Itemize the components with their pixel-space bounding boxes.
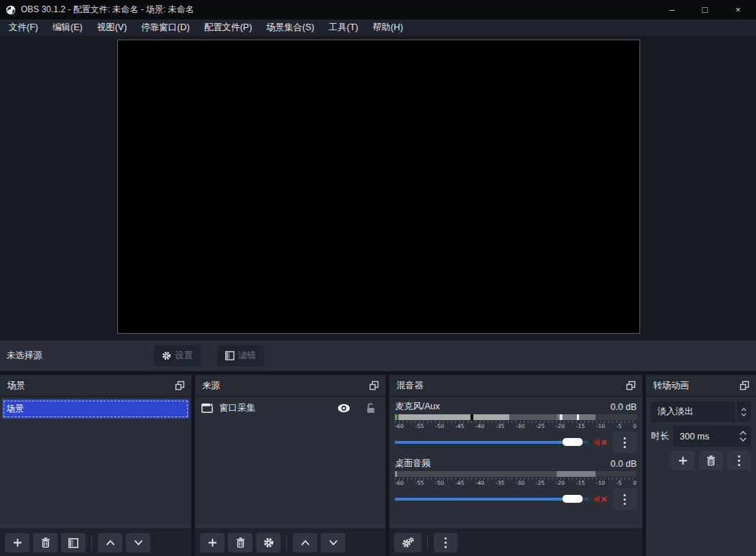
source-toolbar: 未选择源 设置 bbox=[0, 340, 756, 371]
source-properties-button[interactable] bbox=[256, 533, 281, 552]
chevron-down-icon bbox=[134, 539, 143, 546]
source-list: 窗口采集 bbox=[195, 397, 386, 529]
popout-icon[interactable] bbox=[368, 379, 381, 392]
kebab-menu-icon bbox=[738, 455, 740, 466]
gear-icon bbox=[162, 351, 171, 360]
desktop-options-button[interactable] bbox=[613, 488, 637, 510]
volume-meter bbox=[395, 414, 637, 420]
window-capture-icon bbox=[201, 404, 213, 413]
db-scale-label: -5 bbox=[616, 480, 621, 487]
scenes-panel: 场景 场景 bbox=[0, 375, 191, 556]
settings-button-label: 设置 bbox=[175, 350, 193, 362]
menu-item[interactable]: 停靠窗口(D) bbox=[134, 19, 196, 36]
mute-speaker-icon[interactable] bbox=[593, 494, 608, 504]
advanced-audio-button[interactable] bbox=[394, 533, 422, 552]
volume-slider-handle[interactable] bbox=[563, 495, 583, 503]
maximize-button[interactable]: □ bbox=[688, 0, 721, 19]
scenes-panel-title: 场景 bbox=[7, 380, 173, 392]
kebab-menu-icon bbox=[624, 494, 626, 505]
trash-icon bbox=[706, 455, 716, 466]
popout-icon[interactable] bbox=[624, 379, 637, 392]
remove-transition-button[interactable] bbox=[699, 451, 723, 470]
sources-panel: 来源 窗口采集 bbox=[195, 375, 386, 556]
plus-icon bbox=[208, 538, 217, 547]
scene-up-button[interactable] bbox=[98, 533, 122, 552]
menu-item[interactable]: 编辑(E) bbox=[45, 19, 90, 36]
db-scale-label: -40 bbox=[475, 423, 484, 430]
gear-icon bbox=[263, 537, 274, 548]
db-scale-label: -60 bbox=[395, 480, 404, 487]
mixer-panel-title: 混音器 bbox=[396, 380, 624, 392]
db-scale-label: -45 bbox=[455, 480, 464, 487]
menu-item[interactable]: 视图(V) bbox=[90, 19, 135, 36]
preview-canvas[interactable] bbox=[117, 40, 640, 334]
db-scale-label: -35 bbox=[496, 423, 504, 430]
duration-spinbox[interactable]: 300 ms bbox=[673, 426, 751, 447]
menu-item[interactable]: 场景集合(S) bbox=[259, 19, 322, 36]
db-scale-label: -25 bbox=[536, 423, 545, 430]
source-filters-button[interactable]: 滤镜 bbox=[217, 345, 264, 366]
source-properties-button[interactable]: 设置 bbox=[154, 345, 201, 366]
mic-options-button[interactable] bbox=[613, 432, 637, 453]
source-down-button[interactable] bbox=[321, 533, 345, 552]
db-scale-label: -15 bbox=[576, 423, 585, 430]
volume-meter bbox=[395, 471, 637, 477]
menubar: 文件(F)编辑(E)视图(V)停靠窗口(D)配置文件(P)场景集合(S)工具(T… bbox=[0, 19, 756, 36]
source-item-label: 窗口采集 bbox=[219, 402, 255, 414]
unlock-icon[interactable] bbox=[366, 403, 375, 414]
remove-source-button[interactable] bbox=[228, 533, 252, 552]
sources-panel-header: 来源 bbox=[195, 375, 386, 397]
chevron-up-icon bbox=[301, 539, 310, 546]
transition-menu-button[interactable] bbox=[727, 451, 751, 470]
channel-level-db: 0.0 dB bbox=[611, 402, 637, 412]
minimize-button[interactable]: – bbox=[655, 0, 688, 19]
close-button[interactable]: × bbox=[721, 0, 755, 19]
transition-select[interactable]: 淡入淡出 bbox=[651, 401, 751, 422]
db-scale-label: -5 bbox=[616, 423, 621, 430]
db-scale-label: -55 bbox=[415, 480, 424, 487]
menu-item[interactable]: 工具(T) bbox=[322, 19, 365, 36]
trash-icon bbox=[236, 537, 245, 548]
transitions-body: 淡入淡出 时长 300 ms bbox=[646, 397, 756, 556]
menu-item[interactable]: 文件(F) bbox=[1, 19, 45, 36]
toolbar-separator bbox=[427, 535, 428, 551]
volume-slider[interactable] bbox=[395, 495, 588, 503]
visibility-eye-icon[interactable] bbox=[337, 404, 350, 413]
duration-label: 时长 bbox=[651, 430, 669, 442]
duration-value: 300 ms bbox=[673, 432, 735, 442]
db-scale-label: -30 bbox=[516, 480, 524, 487]
source-up-button[interactable] bbox=[293, 533, 317, 552]
mute-speaker-icon[interactable] bbox=[593, 437, 608, 447]
source-list-item[interactable]: 窗口采集 bbox=[195, 397, 386, 419]
mixer-menu-button[interactable] bbox=[434, 533, 457, 552]
mixer-body: 麦克风/Aux 0.0 dB -60-55-50-45-40-35-30-25-… bbox=[389, 397, 642, 529]
db-scale-label: -50 bbox=[435, 423, 444, 430]
remove-scene-button[interactable] bbox=[33, 533, 58, 552]
add-scene-button[interactable] bbox=[5, 533, 29, 552]
scene-item-label: 场景 bbox=[6, 403, 24, 415]
db-scale: -60-55-50-45-40-35-30-25-20-15-10-50 bbox=[395, 480, 637, 487]
menu-item[interactable]: 配置文件(P) bbox=[197, 19, 260, 36]
scene-down-button[interactable] bbox=[126, 533, 150, 552]
db-scale: -60-55-50-45-40-35-30-25-20-15-10-50 bbox=[395, 423, 637, 430]
volume-slider[interactable] bbox=[395, 438, 588, 447]
add-source-button[interactable] bbox=[200, 533, 224, 552]
menu-item[interactable]: 帮助(H) bbox=[365, 19, 410, 36]
popout-icon[interactable] bbox=[738, 379, 751, 392]
sources-panel-title: 来源 bbox=[202, 380, 368, 392]
filter-icon bbox=[225, 351, 234, 360]
select-spinner[interactable] bbox=[736, 401, 751, 422]
popout-icon[interactable] bbox=[173, 379, 186, 392]
chevron-down-icon bbox=[739, 437, 747, 442]
scene-list-item[interactable]: 场景 bbox=[2, 399, 189, 419]
scene-filters-button[interactable] bbox=[61, 533, 86, 552]
chevron-up-icon bbox=[106, 539, 115, 546]
volume-slider-handle[interactable] bbox=[563, 438, 583, 446]
add-transition-button[interactable] bbox=[671, 451, 695, 470]
transition-select-value: 淡入淡出 bbox=[651, 406, 736, 418]
sources-toolbar bbox=[195, 529, 386, 556]
spinbox-arrows[interactable] bbox=[735, 431, 751, 442]
db-scale-label: -40 bbox=[475, 480, 484, 487]
kebab-menu-icon bbox=[624, 437, 626, 448]
plus-icon bbox=[678, 456, 688, 465]
